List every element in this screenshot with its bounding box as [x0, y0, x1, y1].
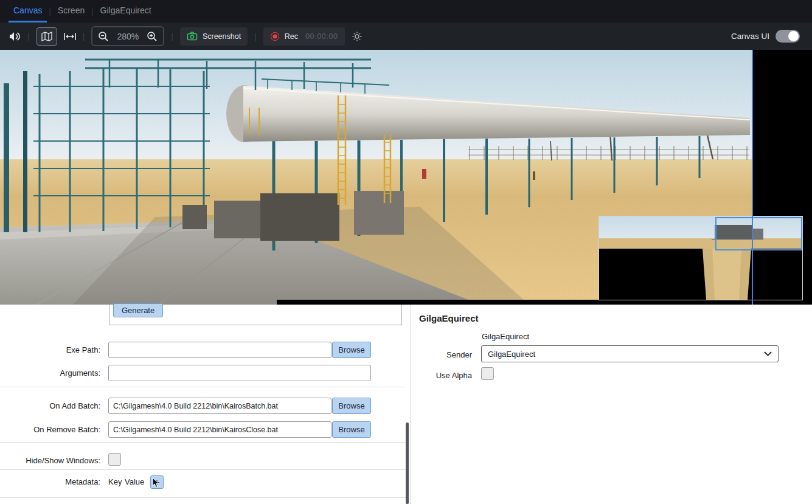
generate-group-box: Generate — [109, 305, 402, 325]
bottom-properties-area: Generate Exe Path: Browse Arguments: On … — [0, 305, 812, 504]
exe-path-input[interactable] — [108, 342, 331, 358]
metadata-key-label: Key — [108, 477, 122, 486]
arguments-label: Arguments: — [0, 368, 100, 378]
zoom-out-icon[interactable] — [98, 31, 109, 42]
map-view-button[interactable] — [36, 27, 57, 46]
hide-show-windows-checkbox[interactable] — [108, 453, 121, 466]
canvas-ui-toggle[interactable] — [776, 30, 800, 43]
on-add-batch-browse-button[interactable]: Browse — [332, 398, 371, 414]
canvas-toolbar: | | 280% | Screenshot | Rec 00:00:00 Can… — [0, 22, 812, 50]
record-button[interactable]: Rec 00:00:00 — [263, 27, 345, 46]
hide-show-windows-label: Hide/Show Windows: — [0, 456, 100, 465]
tab-gilgaequirect[interactable]: GilgaEquirect — [95, 0, 156, 22]
toolbar-right-group: Canvas UI — [731, 30, 803, 43]
canvas-ui-label: Canvas UI — [731, 32, 769, 41]
sender-select[interactable]: GilgaEquirect — [481, 345, 779, 362]
record-icon — [270, 32, 280, 41]
generate-button[interactable]: Generate — [113, 303, 163, 317]
toolbar-separator: | — [171, 32, 173, 41]
divider — [0, 442, 406, 443]
mouse-cursor — [152, 477, 161, 491]
toolbar-separator: | — [83, 32, 85, 41]
gilgaequirect-panel: GilgaEquirect GilgaEquirect Sender Gilga… — [411, 305, 812, 504]
volume-icon[interactable] — [9, 32, 21, 41]
minimap-viewport-rect[interactable] — [715, 217, 802, 250]
panel-title: GilgaEquirect — [419, 313, 479, 323]
zoom-level[interactable]: 280% — [114, 32, 141, 41]
sender-selected-value: GilgaEquirect — [488, 350, 535, 359]
tab-screen[interactable]: Screen — [53, 0, 89, 22]
on-add-batch-input[interactable] — [108, 398, 331, 414]
exe-path-label: Exe Path: — [0, 345, 100, 354]
camera-icon — [187, 32, 198, 41]
toolbar-separator: | — [27, 32, 30, 41]
chevron-down-icon — [764, 351, 772, 356]
divider — [0, 497, 406, 498]
top-tab-bar: Canvas | Screen | GilgaEquirect — [0, 0, 812, 22]
tab-canvas[interactable]: Canvas — [9, 0, 47, 22]
arguments-input[interactable] — [108, 365, 371, 381]
on-add-batch-label: On Add Batch: — [0, 401, 100, 410]
panel-scrollbar[interactable] — [406, 423, 409, 504]
tab-separator: | — [89, 0, 95, 22]
exe-path-browse-button[interactable]: Browse — [332, 342, 371, 358]
canvas-edge-highlight — [752, 50, 753, 305]
metadata-label: Metadata: — [0, 477, 100, 486]
zoom-control-group: 280% — [91, 26, 164, 46]
toggle-knob — [788, 31, 799, 41]
launcher-settings-panel: Generate Exe Path: Browse Arguments: On … — [0, 305, 411, 504]
record-timer: 00:00:00 — [303, 32, 338, 41]
on-remove-batch-label: On Remove Batch: — [0, 425, 100, 434]
metadata-value-label: Value — [125, 477, 144, 486]
record-label: Rec — [285, 32, 298, 41]
use-alpha-label: Use Alpha — [411, 371, 472, 380]
on-remove-batch-input[interactable] — [108, 421, 331, 438]
settings-gear-icon[interactable] — [352, 31, 363, 42]
on-remove-batch-browse-button[interactable]: Browse — [332, 421, 371, 438]
sender-group-label: GilgaEquirect — [482, 332, 529, 341]
sender-label: Sender — [411, 350, 472, 359]
canvas-viewport — [0, 50, 812, 305]
divider — [0, 387, 406, 387]
screenshot-label: Screenshot — [203, 32, 241, 41]
minimap[interactable] — [599, 216, 803, 300]
use-alpha-checkbox[interactable] — [481, 367, 494, 380]
tab-separator: | — [47, 0, 52, 22]
screenshot-button[interactable]: Screenshot — [180, 27, 248, 46]
toolbar-separator: | — [254, 32, 257, 41]
fit-width-button[interactable] — [64, 32, 76, 41]
divider — [0, 469, 406, 470]
zoom-in-icon[interactable] — [147, 31, 158, 42]
